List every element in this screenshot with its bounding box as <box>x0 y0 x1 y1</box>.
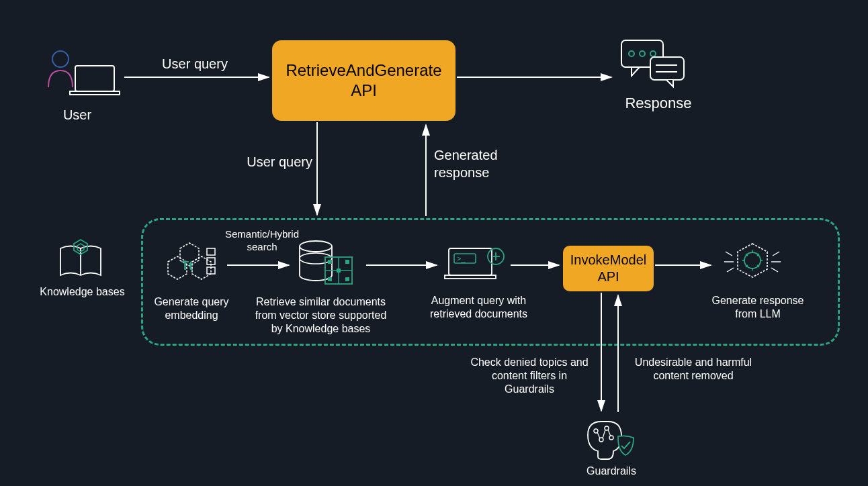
svg-point-6 <box>650 51 656 56</box>
retrieve-docs-label: Retrieve similar documents from vector s… <box>245 295 396 336</box>
generate-llm-icon <box>719 238 786 291</box>
augment-label: Augment query with retrieved documents <box>417 294 541 321</box>
svg-rect-17 <box>207 248 215 255</box>
query-embedding-label: Generate query embedding <box>144 295 238 322</box>
svg-marker-37 <box>738 244 767 277</box>
svg-rect-31 <box>445 275 496 279</box>
invoke-api-line1: InvokeModel <box>570 252 646 269</box>
svg-point-4 <box>629 51 634 56</box>
svg-rect-25 <box>328 260 332 264</box>
svg-rect-27 <box>328 277 332 281</box>
svg-rect-18 <box>207 258 215 264</box>
svg-point-5 <box>640 51 645 56</box>
svg-rect-2 <box>70 91 120 95</box>
svg-rect-7 <box>650 57 684 80</box>
augment-query-icon: >_ <box>443 242 507 291</box>
undesirable-removed-label: Undesirable and harmful content removed <box>626 356 761 383</box>
generated-response-label: Generated response <box>434 146 521 181</box>
user-icon <box>40 47 121 103</box>
query-embedding-icon: Tt <box>161 242 222 291</box>
retrieve-api-line1: RetrieveAndGenerate <box>286 60 441 81</box>
chat-response-icon <box>618 37 692 93</box>
svg-rect-28 <box>345 277 349 281</box>
svg-point-0 <box>52 51 69 67</box>
user-query-top-label: User query <box>151 55 238 72</box>
svg-line-50 <box>773 252 779 256</box>
user-query-down-label: User query <box>232 153 312 171</box>
svg-rect-26 <box>345 260 349 264</box>
svg-rect-29 <box>337 269 341 273</box>
svg-text:Tt: Tt <box>181 259 193 273</box>
svg-text:>_: >_ <box>457 254 466 262</box>
user-label: User <box>57 106 97 124</box>
svg-point-56 <box>609 436 613 440</box>
svg-point-21 <box>300 253 332 264</box>
svg-line-47 <box>726 252 732 256</box>
svg-rect-1 <box>75 66 114 91</box>
retrieve-and-generate-api-box: RetrieveAndGenerate API <box>272 40 455 121</box>
check-guardrails-label: Check denied topics and content filters … <box>462 356 597 396</box>
knowledge-bases-icon <box>54 238 107 285</box>
svg-line-59 <box>608 430 611 436</box>
response-label: Response <box>621 94 695 113</box>
svg-rect-30 <box>449 248 492 275</box>
svg-line-58 <box>603 430 605 438</box>
svg-line-52 <box>771 268 778 272</box>
invoke-model-api-box: InvokeModel API <box>563 246 654 291</box>
retrieve-api-line2: API <box>351 81 377 101</box>
guardrails-icon <box>581 416 638 466</box>
invoke-api-line2: API <box>597 269 619 285</box>
guardrails-label: Guardrails <box>578 465 645 478</box>
generate-llm-label: Generate response from LLM <box>704 294 812 321</box>
semantic-search-label: Semantic/Hybrid search <box>215 228 309 254</box>
svg-line-57 <box>597 432 600 438</box>
knowledge-bases-label: Knowledge bases <box>34 285 131 299</box>
svg-line-49 <box>727 268 734 272</box>
svg-marker-15 <box>192 256 211 279</box>
